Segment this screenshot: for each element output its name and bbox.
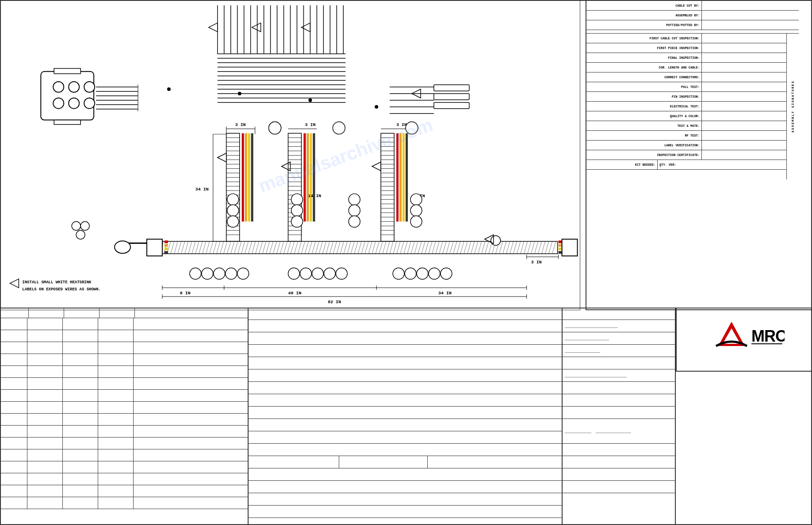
svg-marker-345 <box>10 279 19 288</box>
svg-line-93 <box>256 241 259 254</box>
svg-line-173 <box>538 241 542 254</box>
svg-point-293 <box>227 194 239 205</box>
svg-point-310 <box>288 268 300 279</box>
svg-line-91 <box>249 241 252 254</box>
svg-line-167 <box>517 241 521 254</box>
svg-line-148 <box>450 241 453 254</box>
svg-point-54 <box>375 105 378 109</box>
svg-point-312 <box>312 268 323 279</box>
svg-line-165 <box>510 241 513 254</box>
svg-line-146 <box>443 241 446 254</box>
svg-text:LABELS ON EXPOSED WIRES AS SHO: LABELS ON EXPOSED WIRES AS SHOWN. <box>22 287 101 292</box>
svg-line-92 <box>252 241 256 254</box>
svg-line-83 <box>220 241 224 254</box>
svg-line-129 <box>383 241 386 254</box>
svg-point-52 <box>238 92 241 95</box>
svg-line-119 <box>347 241 351 254</box>
bottom-area: MRO <box>1 308 812 524</box>
svg-line-125 <box>368 241 372 254</box>
drawing-info-block <box>249 308 563 524</box>
svg-line-135 <box>404 241 407 254</box>
bottom-right-area: MRO <box>563 308 812 524</box>
svg-rect-255 <box>310 133 312 222</box>
svg-line-101 <box>284 241 287 254</box>
svg-rect-187 <box>559 251 562 254</box>
svg-line-120 <box>351 241 354 254</box>
svg-rect-286 <box>399 133 402 222</box>
svg-point-300 <box>349 205 360 216</box>
svg-point-42 <box>69 98 79 109</box>
svg-line-85 <box>227 241 231 254</box>
svg-line-139 <box>418 241 421 254</box>
pull-test-label: PULL TEST: <box>586 85 701 89</box>
svg-line-114 <box>329 241 333 254</box>
svg-rect-58 <box>434 103 469 109</box>
svg-point-308 <box>226 268 237 279</box>
svg-line-149 <box>453 241 457 254</box>
svg-point-294 <box>227 205 239 216</box>
svg-line-95 <box>263 241 266 254</box>
svg-line-152 <box>464 241 467 254</box>
middle-left-cluster <box>291 194 303 227</box>
svg-rect-185 <box>559 244 562 247</box>
right-cluster <box>410 194 422 227</box>
drawing-area: manualsarchive.com <box>1 1 580 310</box>
svg-text:8 IN: 8 IN <box>180 291 191 296</box>
kit-needed-value: QTY. VER: <box>659 163 676 167</box>
svg-rect-35 <box>41 72 94 120</box>
correct-connectors-label: CORRECT CONNECTORS: <box>586 76 701 79</box>
svg-line-163 <box>503 241 506 254</box>
svg-line-111 <box>319 241 322 254</box>
svg-rect-218 <box>251 133 253 222</box>
svg-point-190 <box>491 236 501 245</box>
top-connector-group <box>209 5 346 103</box>
svg-line-177 <box>552 241 556 254</box>
svg-line-164 <box>506 241 510 254</box>
svg-point-298 <box>291 216 303 227</box>
cor-length-label: COR. LENGTH AND CABLE: <box>586 66 701 69</box>
svg-line-82 <box>217 241 220 254</box>
svg-rect-256 <box>313 133 315 222</box>
svg-point-313 <box>324 268 335 279</box>
svg-line-87 <box>234 241 238 254</box>
schematic-drawing: 3 IN 34 IN <box>1 1 580 310</box>
svg-text:34 IN: 34 IN <box>195 187 209 192</box>
svg-line-127 <box>375 241 379 254</box>
left-connector-cluster <box>227 194 239 227</box>
svg-line-121 <box>354 241 358 254</box>
svg-rect-215 <box>242 133 244 222</box>
inspection-cert-label: INSPECTION CERTIFICATE: <box>586 153 701 157</box>
svg-line-157 <box>482 241 485 254</box>
svg-rect-216 <box>245 133 247 222</box>
svg-rect-217 <box>248 133 250 222</box>
svg-line-130 <box>386 241 390 254</box>
svg-point-299 <box>349 194 360 205</box>
svg-line-90 <box>245 241 249 254</box>
svg-line-108 <box>308 241 312 254</box>
svg-rect-254 <box>306 133 309 222</box>
svg-point-314 <box>336 268 347 279</box>
svg-point-43 <box>84 98 95 109</box>
svg-line-74 <box>188 241 192 254</box>
svg-line-69 <box>171 241 174 254</box>
svg-line-131 <box>390 241 393 254</box>
puttied-label: PUTTIED/POTTED BY: <box>586 23 701 27</box>
pin-inspection-label: PIN INSPECTION: <box>586 95 701 99</box>
svg-line-175 <box>545 241 549 254</box>
svg-rect-178 <box>147 239 162 256</box>
svg-line-103 <box>291 241 294 254</box>
svg-line-154 <box>471 241 475 254</box>
first-piece-label: FIRST PIECE INSPECTION: <box>586 46 701 50</box>
svg-line-166 <box>513 241 517 254</box>
svg-line-124 <box>365 241 368 254</box>
svg-point-40 <box>84 82 95 92</box>
svg-line-70 <box>174 241 178 254</box>
svg-line-132 <box>393 241 397 254</box>
svg-line-171 <box>531 241 535 254</box>
svg-point-339 <box>269 122 281 134</box>
svg-rect-188 <box>562 239 578 256</box>
svg-rect-56 <box>434 85 469 91</box>
svg-marker-257 <box>282 162 291 171</box>
svg-line-94 <box>259 241 263 254</box>
svg-line-115 <box>333 241 337 254</box>
